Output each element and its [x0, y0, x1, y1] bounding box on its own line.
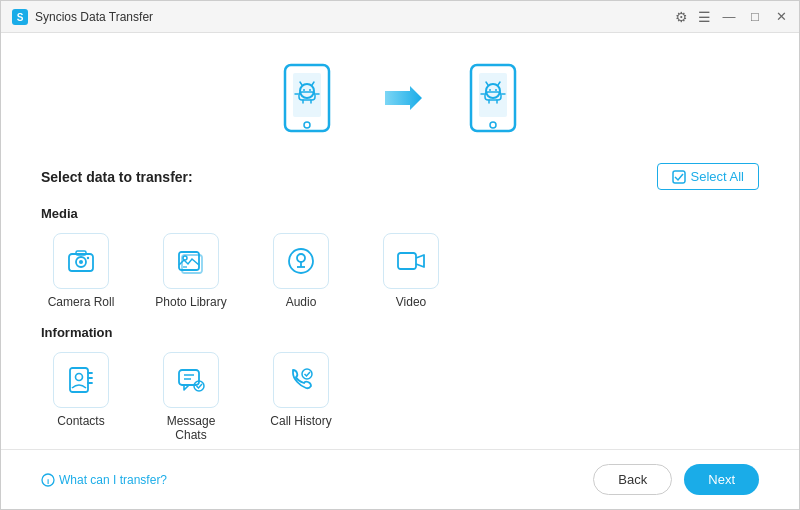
select-all-button[interactable]: Select All [657, 163, 759, 190]
video-icon-box[interactable] [383, 233, 439, 289]
photo-library-item[interactable]: Photo Library [151, 233, 231, 309]
footer-buttons: Back Next [593, 464, 759, 495]
media-items-grid: Camera Roll Photo Library [41, 233, 759, 309]
checkbox-icon [672, 170, 686, 184]
svg-point-52 [302, 369, 312, 379]
destination-phone-icon [465, 63, 521, 133]
svg-point-14 [304, 122, 310, 128]
svg-point-28 [490, 122, 496, 128]
message-chats-label: Message Chats [151, 414, 231, 442]
message-chats-icon-box[interactable] [163, 352, 219, 408]
contacts-icon-box[interactable] [53, 352, 109, 408]
svg-text:i: i [47, 477, 49, 486]
minimize-button[interactable]: — [721, 9, 737, 24]
audio-icon [285, 245, 317, 277]
information-category-label: Information [41, 325, 759, 340]
svg-point-34 [87, 257, 89, 259]
svg-point-21 [489, 89, 491, 91]
source-phone-icon [279, 63, 335, 133]
maximize-button[interactable]: □ [747, 9, 763, 24]
svg-rect-3 [293, 73, 321, 117]
svg-rect-33 [76, 251, 86, 255]
svg-point-7 [303, 89, 305, 91]
destination-device [465, 63, 521, 133]
app-logo-icon: S [11, 8, 29, 26]
next-button[interactable]: Next [684, 464, 759, 495]
title-bar-left: S Syncios Data Transfer [11, 8, 153, 26]
message-chats-icon [175, 364, 207, 396]
menu-icon[interactable]: ☰ [698, 9, 711, 25]
contacts-label: Contacts [57, 414, 104, 428]
call-history-icon-box[interactable] [273, 352, 329, 408]
video-icon [395, 245, 427, 277]
select-label: Select data to transfer: [41, 169, 193, 185]
title-bar-controls: ⚙ ☰ — □ ✕ [675, 9, 789, 25]
transfer-arrow-icon [375, 78, 425, 118]
close-button[interactable]: ✕ [773, 9, 789, 24]
help-link[interactable]: i What can I transfer? [41, 473, 167, 487]
back-button[interactable]: Back [593, 464, 672, 495]
svg-point-39 [297, 254, 305, 262]
call-history-label: Call History [270, 414, 331, 428]
contacts-icon [65, 364, 97, 396]
svg-point-37 [183, 256, 187, 260]
svg-marker-15 [385, 86, 422, 110]
svg-rect-29 [673, 171, 685, 183]
source-device [279, 63, 335, 133]
info-icon: i [41, 473, 55, 487]
camera-roll-icon-box[interactable] [53, 233, 109, 289]
contacts-item[interactable]: Contacts [41, 352, 121, 442]
svg-text:S: S [17, 12, 24, 23]
information-category: Information Contacts [41, 325, 759, 449]
svg-point-32 [79, 260, 83, 264]
audio-item[interactable]: Audio [261, 233, 341, 309]
svg-point-22 [495, 89, 497, 91]
svg-point-38 [289, 249, 313, 273]
svg-rect-42 [398, 253, 416, 269]
app-title: Syncios Data Transfer [35, 10, 153, 24]
audio-icon-box[interactable] [273, 233, 329, 289]
svg-point-47 [76, 374, 83, 381]
camera-roll-item[interactable]: Camera Roll [41, 233, 121, 309]
media-category-label: Media [41, 206, 759, 221]
camera-roll-label: Camera Roll [48, 295, 115, 309]
svg-point-8 [309, 89, 311, 91]
video-item[interactable]: Video [371, 233, 451, 309]
camera-roll-icon [65, 245, 97, 277]
photo-library-label: Photo Library [155, 295, 226, 309]
audio-label: Audio [286, 295, 317, 309]
video-label: Video [396, 295, 426, 309]
main-content: Select data to transfer: Select All Medi… [1, 33, 799, 449]
transfer-row [41, 53, 759, 143]
footer: i What can I transfer? Back Next [1, 449, 799, 509]
svg-rect-17 [479, 73, 507, 117]
information-items-grid: Contacts Message Chats [41, 352, 759, 442]
title-bar: S Syncios Data Transfer ⚙ ☰ — □ ✕ [1, 1, 799, 33]
select-section-header: Select data to transfer: Select All [41, 163, 759, 190]
photo-library-icon [175, 245, 207, 277]
media-category: Media Camera Roll [41, 206, 759, 325]
call-history-item[interactable]: Call History [261, 352, 341, 442]
settings-icon[interactable]: ⚙ [675, 9, 688, 25]
call-history-icon [285, 364, 317, 396]
message-chats-item[interactable]: Message Chats [151, 352, 231, 442]
photo-library-icon-box[interactable] [163, 233, 219, 289]
